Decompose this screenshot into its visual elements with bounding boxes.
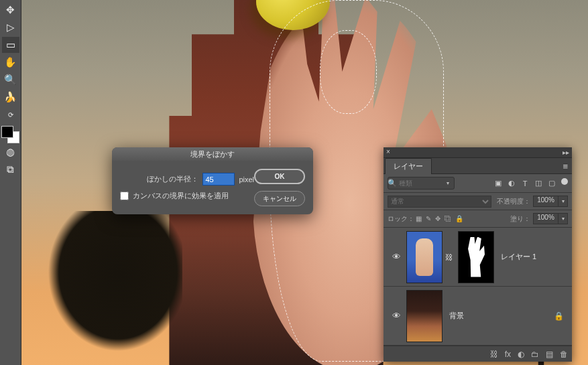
lock-icon: 🔒 — [554, 311, 564, 321]
screen-mode-tool[interactable]: ⧉ — [2, 161, 19, 177]
layer-name[interactable]: 背景 — [449, 311, 464, 321]
filter-type-icon[interactable]: T — [520, 178, 530, 189]
cancel-button[interactable]: キャンセル — [254, 191, 305, 206]
quick-mask-tool[interactable]: ◍ — [2, 144, 19, 160]
layer-mask-thumbnail[interactable] — [458, 231, 494, 283]
lock-all-icon[interactable]: 🔒 — [455, 215, 463, 222]
layer-thumbnail[interactable] — [406, 231, 443, 283]
layer-thumbnail[interactable] — [406, 290, 443, 342]
color-swatches[interactable] — [1, 126, 20, 143]
direct-select-tool[interactable]: ▷ — [2, 19, 19, 35]
filter-image-icon[interactable]: ▣ — [493, 178, 504, 189]
filter-shape-icon[interactable]: ◫ — [533, 178, 544, 189]
panel-menu-icon[interactable]: ≡ — [563, 161, 568, 171]
apply-at-canvas-bounds-label: カンバスの境界に効果を適用 — [133, 191, 229, 201]
swap-colors[interactable]: ⟳ — [2, 106, 19, 123]
foreground-color[interactable] — [1, 126, 13, 138]
apply-at-canvas-bounds-checkbox[interactable] — [120, 192, 129, 200]
radius-input[interactable] — [202, 173, 235, 186]
filter-smart-icon[interactable]: ▢ — [546, 178, 557, 189]
lock-transparent-icon[interactable]: ▦ — [416, 215, 422, 222]
layers-panel: × ▸▸ レイヤー ≡ 🔍 ▾ ▣ ◐ T ◫ ▢ 通常 不透明度： 100% … — [384, 147, 572, 362]
lock-artboard-icon[interactable]: ⿻ — [445, 215, 451, 222]
opacity-value[interactable]: 100% — [533, 196, 558, 207]
panel-close-icon[interactable]: × — [386, 148, 390, 155]
zoom-tool[interactable]: 🔍 — [2, 72, 19, 88]
mask-link-icon[interactable]: ⛓ — [445, 253, 453, 261]
filter-adjust-icon[interactable]: ◐ — [506, 178, 517, 189]
selection-outline-gap — [320, 30, 377, 114]
layer-row[interactable]: 👁 背景 🔒 — [384, 287, 572, 346]
toolbar: ✥ ▷ ▭ ✋ 🔍 🍌 ⟳ ◍ ⧉ — [0, 0, 21, 365]
opacity-dropdown[interactable]: ▾ — [558, 196, 568, 207]
fill-dropdown[interactable]: ▾ — [558, 213, 568, 224]
move-tool[interactable]: ✥ — [2, 2, 19, 18]
panel-collapse-icon[interactable]: ▸▸ — [563, 149, 569, 156]
ok-button[interactable]: OK — [254, 169, 305, 184]
layer-kind-filter[interactable] — [388, 177, 455, 190]
layer-list: 👁 ⛓ レイヤー 1 👁 背景 🔒 — [384, 228, 572, 346]
layer-row[interactable]: 👁 ⛓ レイヤー 1 — [384, 228, 572, 287]
lock-position-icon[interactable]: ✥ — [435, 215, 440, 222]
visibility-toggle[interactable]: 👁 — [389, 252, 404, 262]
fill-label: 塗り： — [510, 214, 530, 224]
new-layer-icon[interactable]: ▤ — [546, 350, 553, 359]
layer-style-icon[interactable]: fx — [505, 350, 511, 359]
dialog-title: 境界をぼかす — [112, 147, 313, 161]
filter-toggle[interactable] — [561, 178, 568, 185]
fill-value[interactable]: 100% — [533, 213, 558, 224]
delete-layer-icon[interactable]: 🗑 — [560, 350, 568, 359]
tab-layers[interactable]: レイヤー — [385, 158, 432, 174]
feather-dialog: 境界をぼかす ぼかしの半径： pixel カンバスの境界に効果を適用 OK キャ… — [112, 147, 313, 214]
lock-label: ロック： — [388, 214, 414, 224]
hand-tool[interactable]: ✋ — [2, 54, 19, 70]
add-mask-icon[interactable]: ◐ — [518, 350, 524, 359]
link-layers-icon[interactable]: ⛓ — [490, 350, 498, 359]
canvas-tree — [21, 211, 182, 365]
layer-name[interactable]: レイヤー 1 — [501, 252, 536, 262]
new-group-icon[interactable]: 🗀 — [531, 350, 539, 359]
custom-tool[interactable]: 🍌 — [2, 89, 19, 105]
visibility-toggle[interactable]: 👁 — [389, 311, 404, 321]
radius-label: ぼかしの半径： — [147, 174, 202, 184]
blend-mode-select[interactable]: 通常 — [388, 196, 491, 208]
radius-unit: pixel — [239, 175, 254, 184]
opacity-label: 不透明度： — [497, 197, 530, 206]
lock-pixels-icon[interactable]: ✎ — [426, 215, 431, 222]
marquee-tool[interactable]: ▭ — [2, 37, 19, 53]
